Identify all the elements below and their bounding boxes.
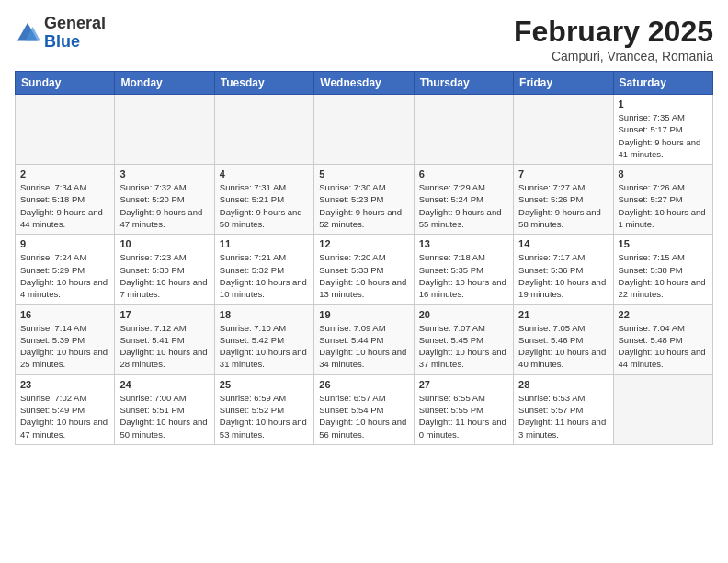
day-number: 18	[220, 309, 309, 320]
day-number: 1	[619, 98, 708, 109]
calendar-cell-w2d6: 7Sunrise: 7:27 AMSunset: 5:26 PMDaylight…	[514, 165, 613, 235]
weekday-header-row: SundayMondayTuesdayWednesdayThursdayFrid…	[16, 72, 713, 95]
calendar-cell-w3d1: 9Sunrise: 7:24 AMSunset: 5:29 PMDaylight…	[16, 235, 115, 304]
calendar-cell-w2d5: 6Sunrise: 7:29 AMSunset: 5:24 PMDaylight…	[414, 165, 513, 235]
title-block: February 2025 Campuri, Vrancea, Romania	[514, 15, 713, 63]
day-info: Sunrise: 7:18 AMSunset: 5:35 PMDaylight:…	[419, 251, 508, 300]
day-number: 6	[419, 168, 508, 179]
day-info: Sunrise: 7:17 AMSunset: 5:36 PMDaylight:…	[518, 251, 608, 300]
calendar-cell-w1d4	[314, 95, 414, 165]
weekday-header-wednesday: Wednesday	[314, 72, 414, 95]
calendar-cell-w2d1: 2Sunrise: 7:34 AMSunset: 5:18 PMDaylight…	[16, 165, 115, 235]
day-info: Sunrise: 7:15 AMSunset: 5:38 PMDaylight:…	[619, 251, 708, 300]
calendar-cell-w4d6: 21Sunrise: 7:05 AMSunset: 5:46 PMDayligh…	[514, 304, 613, 374]
calendar-cell-w5d2: 24Sunrise: 7:00 AMSunset: 5:51 PMDayligh…	[115, 374, 214, 444]
day-number: 25	[220, 379, 309, 390]
logo-general: General	[44, 14, 106, 32]
day-info: Sunrise: 7:32 AMSunset: 5:20 PMDaylight:…	[119, 181, 209, 230]
calendar-cell-w5d3: 25Sunrise: 6:59 AMSunset: 5:52 PMDayligh…	[214, 374, 313, 444]
day-number: 23	[20, 379, 109, 390]
calendar-cell-w4d5: 20Sunrise: 7:07 AMSunset: 5:45 PMDayligh…	[414, 304, 513, 374]
day-info: Sunrise: 7:31 AMSunset: 5:21 PMDaylight:…	[220, 181, 309, 230]
calendar-cell-w3d5: 13Sunrise: 7:18 AMSunset: 5:35 PMDayligh…	[414, 235, 513, 304]
day-info: Sunrise: 7:35 AMSunset: 5:17 PMDaylight:…	[619, 111, 708, 160]
day-number: 17	[119, 309, 209, 320]
calendar-cell-w1d2	[115, 95, 214, 165]
weekday-header-friday: Friday	[514, 72, 613, 95]
calendar-week-row-2: 2Sunrise: 7:34 AMSunset: 5:18 PMDaylight…	[16, 165, 713, 235]
day-number: 3	[119, 168, 209, 179]
day-info: Sunrise: 7:20 AMSunset: 5:33 PMDaylight:…	[319, 251, 408, 300]
day-info: Sunrise: 6:57 AMSunset: 5:54 PMDaylight:…	[319, 392, 408, 441]
month-year-title: February 2025	[514, 15, 713, 49]
day-info: Sunrise: 7:07 AMSunset: 5:45 PMDaylight:…	[419, 322, 508, 371]
calendar-cell-w1d1	[16, 95, 115, 165]
calendar-cell-w1d3	[214, 95, 313, 165]
day-number: 26	[319, 379, 408, 390]
day-number: 16	[20, 309, 109, 320]
calendar-cell-w3d7: 15Sunrise: 7:15 AMSunset: 5:38 PMDayligh…	[613, 235, 712, 304]
weekday-header-saturday: Saturday	[613, 72, 712, 95]
day-number: 11	[220, 238, 309, 249]
location-subtitle: Campuri, Vrancea, Romania	[514, 49, 713, 63]
calendar-cell-w4d1: 16Sunrise: 7:14 AMSunset: 5:39 PMDayligh…	[16, 304, 115, 374]
day-number: 4	[220, 168, 309, 179]
calendar-cell-w2d7: 8Sunrise: 7:26 AMSunset: 5:27 PMDaylight…	[613, 165, 712, 235]
calendar-table: SundayMondayTuesdayWednesdayThursdayFrid…	[15, 71, 713, 445]
day-number: 2	[20, 168, 109, 179]
logo-icon	[15, 20, 40, 46]
weekday-header-tuesday: Tuesday	[214, 72, 313, 95]
day-info: Sunrise: 7:24 AMSunset: 5:29 PMDaylight:…	[20, 251, 109, 300]
day-number: 7	[518, 168, 608, 179]
day-number: 27	[419, 379, 508, 390]
day-info: Sunrise: 7:34 AMSunset: 5:18 PMDaylight:…	[20, 181, 109, 230]
day-info: Sunrise: 7:30 AMSunset: 5:23 PMDaylight:…	[319, 181, 408, 230]
day-info: Sunrise: 7:26 AMSunset: 5:27 PMDaylight:…	[619, 181, 708, 230]
day-info: Sunrise: 6:55 AMSunset: 5:55 PMDaylight:…	[419, 392, 508, 441]
day-number: 19	[319, 309, 408, 320]
day-number: 15	[619, 238, 708, 249]
calendar-cell-w4d3: 18Sunrise: 7:10 AMSunset: 5:42 PMDayligh…	[214, 304, 313, 374]
day-info: Sunrise: 7:02 AMSunset: 5:49 PMDaylight:…	[20, 392, 109, 441]
calendar-cell-w5d6: 28Sunrise: 6:53 AMSunset: 5:57 PMDayligh…	[514, 374, 613, 444]
logo-text: General Blue	[44, 15, 106, 52]
calendar-cell-w5d7	[613, 374, 712, 444]
calendar-cell-w3d2: 10Sunrise: 7:23 AMSunset: 5:30 PMDayligh…	[115, 235, 214, 304]
calendar-cell-w5d1: 23Sunrise: 7:02 AMSunset: 5:49 PMDayligh…	[16, 374, 115, 444]
calendar-cell-w3d3: 11Sunrise: 7:21 AMSunset: 5:32 PMDayligh…	[214, 235, 313, 304]
calendar-cell-w3d4: 12Sunrise: 7:20 AMSunset: 5:33 PMDayligh…	[314, 235, 414, 304]
day-number: 28	[518, 379, 608, 390]
day-info: Sunrise: 7:05 AMSunset: 5:46 PMDaylight:…	[518, 322, 608, 371]
day-number: 5	[319, 168, 408, 179]
day-info: Sunrise: 7:00 AMSunset: 5:51 PMDaylight:…	[119, 392, 209, 441]
calendar-cell-w4d2: 17Sunrise: 7:12 AMSunset: 5:41 PMDayligh…	[115, 304, 214, 374]
calendar-cell-w2d2: 3Sunrise: 7:32 AMSunset: 5:20 PMDaylight…	[115, 165, 214, 235]
day-number: 22	[619, 309, 708, 320]
day-info: Sunrise: 7:14 AMSunset: 5:39 PMDaylight:…	[20, 322, 109, 371]
calendar-cell-w4d4: 19Sunrise: 7:09 AMSunset: 5:44 PMDayligh…	[314, 304, 414, 374]
day-info: Sunrise: 7:23 AMSunset: 5:30 PMDaylight:…	[119, 251, 209, 300]
calendar-week-row-4: 16Sunrise: 7:14 AMSunset: 5:39 PMDayligh…	[16, 304, 713, 374]
day-info: Sunrise: 7:12 AMSunset: 5:41 PMDaylight:…	[119, 322, 209, 371]
calendar-cell-w4d7: 22Sunrise: 7:04 AMSunset: 5:48 PMDayligh…	[613, 304, 712, 374]
logo-blue: Blue	[44, 32, 80, 51]
day-info: Sunrise: 7:04 AMSunset: 5:48 PMDaylight:…	[619, 322, 708, 371]
calendar-week-row-3: 9Sunrise: 7:24 AMSunset: 5:29 PMDaylight…	[16, 235, 713, 304]
calendar-cell-w1d5	[414, 95, 513, 165]
calendar-cell-w1d7: 1Sunrise: 7:35 AMSunset: 5:17 PMDaylight…	[613, 95, 712, 165]
logo: General Blue	[15, 15, 106, 52]
page-header: General Blue February 2025 Campuri, Vran…	[15, 15, 713, 63]
day-info: Sunrise: 6:59 AMSunset: 5:52 PMDaylight:…	[220, 392, 309, 441]
day-number: 24	[119, 379, 209, 390]
day-number: 14	[518, 238, 608, 249]
day-info: Sunrise: 7:10 AMSunset: 5:42 PMDaylight:…	[220, 322, 309, 371]
calendar-cell-w1d6	[514, 95, 613, 165]
calendar-cell-w5d5: 27Sunrise: 6:55 AMSunset: 5:55 PMDayligh…	[414, 374, 513, 444]
calendar-week-row-5: 23Sunrise: 7:02 AMSunset: 5:49 PMDayligh…	[16, 374, 713, 444]
weekday-header-sunday: Sunday	[16, 72, 115, 95]
calendar-cell-w5d4: 26Sunrise: 6:57 AMSunset: 5:54 PMDayligh…	[314, 374, 414, 444]
day-number: 13	[419, 238, 508, 249]
calendar-cell-w3d6: 14Sunrise: 7:17 AMSunset: 5:36 PMDayligh…	[514, 235, 613, 304]
day-info: Sunrise: 7:29 AMSunset: 5:24 PMDaylight:…	[419, 181, 508, 230]
day-number: 10	[119, 238, 209, 249]
